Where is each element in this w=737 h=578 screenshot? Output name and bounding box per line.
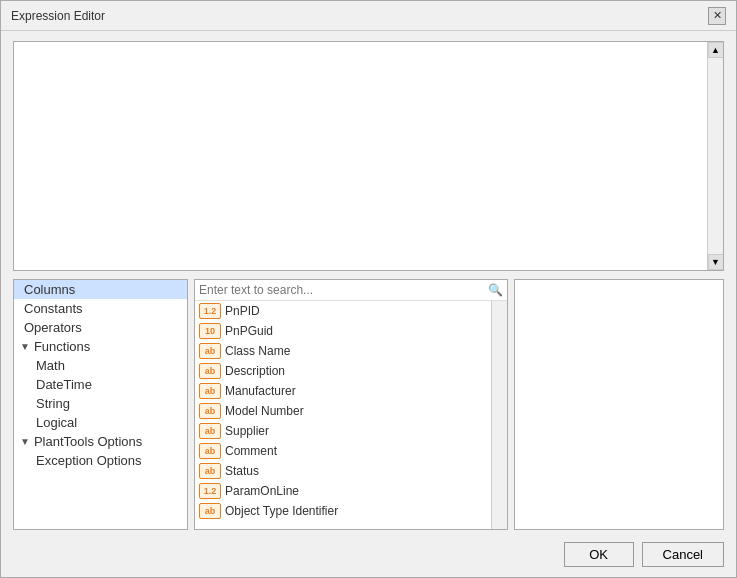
field-name: PnPID: [225, 304, 260, 318]
field-name: Status: [225, 464, 259, 478]
search-input[interactable]: [199, 283, 488, 297]
tree-item-label: Operators: [24, 320, 82, 335]
tree-item-label: Exception Options: [36, 453, 142, 468]
field-badge: ab: [199, 403, 221, 419]
field-item[interactable]: 1.2 PnPID: [195, 301, 507, 321]
ok-button[interactable]: OK: [564, 542, 634, 567]
field-item[interactable]: ab Supplier: [195, 421, 507, 441]
tree-item-label: Columns: [24, 282, 75, 297]
field-item[interactable]: 1.2 ParamOnLine: [195, 481, 507, 501]
field-name: ParamOnLine: [225, 484, 299, 498]
tree-item-label: Constants: [24, 301, 83, 316]
tree-item-columns[interactable]: Columns: [14, 280, 187, 299]
chevron-icon: ▼: [20, 436, 30, 447]
expression-editor-dialog: Expression Editor ✕ ▲ ▼ ColumnsConstants…: [0, 0, 737, 578]
field-badge: ab: [199, 343, 221, 359]
field-panel: 🔍 1.2 PnPID 10 PnPGuid ab Class Name ab …: [194, 279, 508, 530]
tree-item-exception-options[interactable]: Exception Options: [14, 451, 187, 470]
chevron-icon: ▼: [20, 341, 30, 352]
field-item[interactable]: ab Status: [195, 461, 507, 481]
search-icon: 🔍: [488, 283, 503, 297]
tree-item-datetime[interactable]: DateTime: [14, 375, 187, 394]
dialog-title: Expression Editor: [11, 9, 105, 23]
field-name: Object Type Identifier: [225, 504, 338, 518]
field-name: Comment: [225, 444, 277, 458]
tree-panel: ColumnsConstantsOperators▼FunctionsMathD…: [13, 279, 188, 530]
field-name: Description: [225, 364, 285, 378]
field-list: 1.2 PnPID 10 PnPGuid ab Class Name ab De…: [195, 301, 507, 529]
field-item[interactable]: 10 PnPGuid: [195, 321, 507, 341]
field-item[interactable]: ab Class Name: [195, 341, 507, 361]
tree-group-label: Functions: [34, 339, 90, 354]
close-button[interactable]: ✕: [708, 7, 726, 25]
field-item[interactable]: ab Object Type Identifier: [195, 501, 507, 521]
field-badge: ab: [199, 463, 221, 479]
field-name: Model Number: [225, 404, 304, 418]
field-item[interactable]: ab Model Number: [195, 401, 507, 421]
lower-section: ColumnsConstantsOperators▼FunctionsMathD…: [13, 279, 724, 530]
field-badge: ab: [199, 383, 221, 399]
field-name: Manufacturer: [225, 384, 296, 398]
tree-item-constants[interactable]: Constants: [14, 299, 187, 318]
expression-input[interactable]: [14, 42, 723, 270]
field-item[interactable]: ab Description: [195, 361, 507, 381]
tree-item-planttools-options[interactable]: ▼PlantTools Options: [14, 432, 187, 451]
field-name: Supplier: [225, 424, 269, 438]
tree-group-label: PlantTools Options: [34, 434, 142, 449]
expression-area: ▲ ▼: [13, 41, 724, 271]
scroll-down-arrow[interactable]: ▼: [708, 254, 724, 270]
tree-item-label: DateTime: [36, 377, 92, 392]
field-badge: 1.2: [199, 303, 221, 319]
button-row: OK Cancel: [1, 538, 736, 577]
field-item[interactable]: ab Comment: [195, 441, 507, 461]
field-badge: 1.2: [199, 483, 221, 499]
search-box-wrap: 🔍: [195, 280, 507, 301]
tree-item-label: String: [36, 396, 70, 411]
tree-item-string[interactable]: String: [14, 394, 187, 413]
cancel-button[interactable]: Cancel: [642, 542, 724, 567]
field-name: PnPGuid: [225, 324, 273, 338]
field-item[interactable]: ab Manufacturer: [195, 381, 507, 401]
tree-item-label: Logical: [36, 415, 77, 430]
field-badge: ab: [199, 423, 221, 439]
field-badge: ab: [199, 503, 221, 519]
tree-item-logical[interactable]: Logical: [14, 413, 187, 432]
field-list-scrollbar[interactable]: [491, 301, 507, 529]
field-badge: ab: [199, 443, 221, 459]
title-bar: Expression Editor ✕: [1, 1, 736, 31]
right-panel: [514, 279, 724, 530]
field-name: Class Name: [225, 344, 290, 358]
tree-item-math[interactable]: Math: [14, 356, 187, 375]
scroll-up-arrow[interactable]: ▲: [708, 42, 724, 58]
field-badge: 10: [199, 323, 221, 339]
tree-item-label: Math: [36, 358, 65, 373]
tree-item-functions[interactable]: ▼Functions: [14, 337, 187, 356]
tree-item-operators[interactable]: Operators: [14, 318, 187, 337]
expr-scrollbar[interactable]: ▲ ▼: [707, 42, 723, 270]
field-badge: ab: [199, 363, 221, 379]
